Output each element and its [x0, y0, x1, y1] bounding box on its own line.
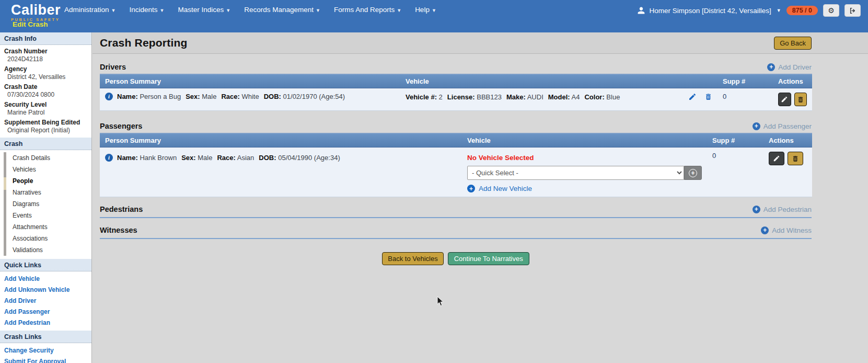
passenger-vehicle-cell: No Vehicle Selected - Quick Select - + +: [462, 148, 707, 197]
sidebar-item-people[interactable]: People: [0, 175, 91, 187]
col-actions: Actions: [773, 74, 812, 88]
delete-vehicle-icon[interactable]: [704, 93, 712, 101]
sidebar-item-diagrams[interactable]: Diagrams: [0, 198, 91, 210]
main-menu: Administration▼ Incidents▼ Master Indice…: [64, 6, 436, 14]
drivers-section-label: Drivers: [100, 63, 126, 71]
delete-passenger-button[interactable]: [788, 152, 803, 165]
passenger-supp-cell: 0: [707, 148, 763, 197]
drivers-section-head: Drivers + Add Driver: [100, 63, 812, 71]
sidebar-item-attachments[interactable]: Attachments: [0, 221, 91, 233]
sidebar-item-vehicles[interactable]: Vehicles: [0, 164, 91, 175]
crash-nav: Crash Details Vehicles People Narratives…: [0, 150, 91, 259]
menu-administration[interactable]: Administration▼: [64, 6, 115, 14]
main-area: Crash Reporting Go Back Drivers + Add Dr…: [92, 32, 868, 363]
sidebar-item-validations[interactable]: Validations: [0, 244, 91, 256]
field-label: Agency: [0, 64, 91, 73]
sidebar-section-crash: Crash: [0, 138, 91, 150]
chevron-down-icon: ▼: [226, 8, 230, 13]
pedestrians-section-label: Pedestrians: [100, 205, 143, 213]
link-add-pedestrian[interactable]: Add Pedestrian: [0, 317, 91, 328]
logout-button[interactable]: [844, 4, 861, 17]
continue-to-narratives-button[interactable]: Continue To Narratives: [448, 252, 529, 265]
col-vehicle: Vehicle: [400, 74, 717, 88]
sidebar-item-crash-details[interactable]: Crash Details: [0, 152, 91, 164]
add-witness-link[interactable]: + Add Witness: [761, 226, 812, 234]
info-icon[interactable]: i: [105, 154, 113, 162]
field-value: 2024D42118: [0, 55, 91, 64]
assign-vehicle-button[interactable]: +: [684, 166, 702, 180]
delete-driver-button[interactable]: [794, 93, 807, 106]
field-value: Marine Patrol: [0, 108, 91, 117]
link-change-security[interactable]: Change Security: [0, 345, 91, 356]
plus-circle-icon: +: [689, 169, 697, 177]
add-pedestrian-link[interactable]: + Add Pedestrian: [753, 206, 812, 213]
link-add-vehicle[interactable]: Add Vehicle: [0, 273, 91, 284]
add-new-vehicle-link[interactable]: + Add New Vehicle: [467, 185, 702, 192]
link-add-passenger[interactable]: Add Passenger: [0, 306, 91, 317]
menu-help[interactable]: Help▼: [415, 6, 436, 14]
col-person-summary: Person Summary: [100, 74, 400, 88]
menu-records-management[interactable]: Records Management▼: [244, 6, 320, 14]
go-back-button[interactable]: Go Back: [774, 37, 812, 50]
field-value: District 42, Versailles: [0, 73, 91, 82]
info-icon[interactable]: i: [105, 93, 113, 100]
scroll-indicator-thumb: [4, 177, 6, 190]
logout-icon: [849, 7, 857, 14]
menu-forms-and-reports[interactable]: Forms And Reports▼: [334, 6, 401, 14]
quick-select-dropdown[interactable]: - Quick Select -: [467, 166, 684, 180]
no-vehicle-warning: No Vehicle Selected: [467, 154, 702, 162]
trash-icon: [797, 96, 804, 104]
sidebar-section-quick-links: Quick Links: [0, 259, 91, 271]
add-driver-link[interactable]: + Add Driver: [767, 63, 812, 71]
page-header: Crash Reporting Go Back: [92, 32, 868, 54]
edit-passenger-button[interactable]: [769, 152, 784, 165]
trash-icon: [792, 155, 799, 163]
edit-driver-button[interactable]: [778, 93, 791, 106]
driver-actions-cell: [773, 88, 812, 111]
col-actions: Actions: [763, 133, 812, 148]
crash-links: Change Security Submit For Approval: [0, 343, 91, 363]
passengers-header-row: Person Summary Vehicle Supp # Actions: [100, 133, 812, 148]
pedestrians-section-head: Pedestrians + Add Pedestrian: [100, 205, 812, 218]
page-title: Crash Reporting: [100, 37, 188, 49]
sidebar-item-associations[interactable]: Associations: [0, 233, 91, 244]
sidebar-section-crash-links: Crash Links: [0, 331, 91, 343]
menu-master-indices[interactable]: Master Indices▼: [178, 6, 230, 14]
passenger-person-cell: i Name: Hank Brown Sex: Male Race: Asian…: [100, 148, 462, 197]
plus-circle-icon: +: [467, 185, 475, 192]
edit-vehicle-icon[interactable]: [688, 93, 697, 101]
plus-circle-icon: +: [767, 63, 775, 71]
scroll-indicator: [4, 152, 6, 256]
logo-title: Caliber: [11, 3, 61, 17]
plus-circle-icon: +: [753, 122, 760, 130]
breadcrumb: Edit Crash: [13, 20, 48, 28]
link-submit-for-approval[interactable]: Submit For Approval: [0, 356, 91, 363]
menu-incidents[interactable]: Incidents▼: [129, 6, 164, 14]
chevron-down-icon: ▼: [316, 8, 320, 13]
user-name: Homer Simpson [District 42, Versailles]: [650, 7, 771, 15]
witnesses-section-label: Witnesses: [100, 226, 137, 234]
passengers-table: Person Summary Vehicle Supp # Actions i …: [100, 133, 812, 197]
chevron-down-icon: ▼: [432, 8, 436, 13]
back-to-vehicles-button[interactable]: Back to Vehicles: [382, 252, 443, 265]
add-passenger-link[interactable]: + Add Passenger: [753, 122, 812, 130]
link-add-driver[interactable]: Add Driver: [0, 295, 91, 306]
sidebar-item-events[interactable]: Events: [0, 210, 91, 221]
plus-circle-icon: +: [753, 206, 760, 213]
pencil-icon: [773, 155, 780, 162]
link-add-unknown-vehicle[interactable]: Add Unknown Vehicle: [0, 284, 91, 295]
field-label: Crash Number: [0, 46, 91, 55]
field-label: Supplement Being Edited: [0, 117, 91, 126]
settings-button[interactable]: ⚙: [823, 4, 839, 17]
passenger-actions-cell: [763, 148, 812, 197]
user-menu[interactable]: Homer Simpson [District 42, Versailles] …: [637, 6, 781, 15]
witnesses-section-head: Witnesses + Add Witness: [100, 226, 812, 239]
sidebar-item-narratives[interactable]: Narratives: [0, 187, 91, 198]
notification-badge[interactable]: 875 / 0: [786, 6, 818, 15]
driver-row: i Name: Person a Bug Sex: Male Race: Whi…: [100, 88, 812, 111]
driver-person-cell: i Name: Person a Bug Sex: Male Race: Whi…: [100, 88, 400, 111]
sidebar: Crash Info Crash Number 2024D42118 Agenc…: [0, 32, 92, 363]
pencil-icon: [781, 96, 788, 103]
field-value: 07/30/2024 0800: [0, 90, 91, 99]
chevron-down-icon: ▼: [160, 8, 165, 13]
